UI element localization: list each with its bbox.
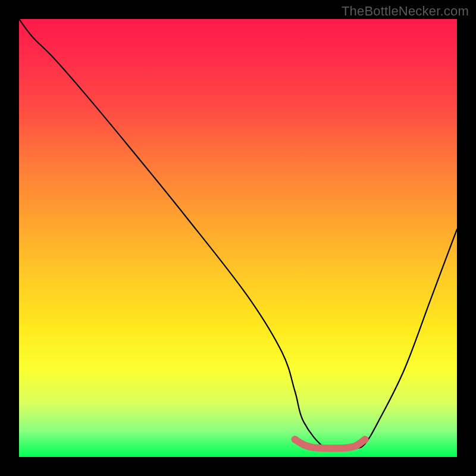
chart-svg [19,19,457,457]
attribution-text: TheBottleNecker.com [342,4,469,19]
plot-area [19,19,457,457]
optimal-band-path [295,440,365,449]
optimal-band-end-dot [361,436,368,443]
optimal-band-start-dot [292,436,299,443]
bottleneck-curve-path [19,19,457,450]
